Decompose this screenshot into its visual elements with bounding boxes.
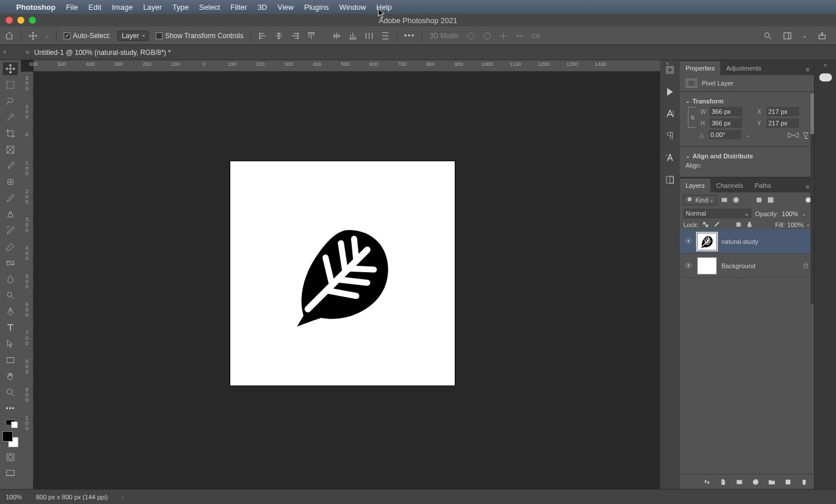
distribute-horizontal-icon[interactable] [364, 31, 374, 40]
cloud-docs-icon[interactable] [819, 73, 832, 81]
layer-thumbnail[interactable] [697, 233, 717, 250]
lock-transparency-icon[interactable] [702, 221, 709, 228]
gradient-tool[interactable] [3, 257, 18, 269]
eyedropper-tool[interactable] [3, 160, 18, 172]
link-dimensions-icon[interactable]: ⇅ [688, 107, 696, 128]
zoom-tool[interactable] [3, 386, 18, 399]
lock-all-icon[interactable] [746, 221, 753, 228]
width-input[interactable] [710, 107, 742, 116]
layers-tab[interactable]: Layers [680, 179, 710, 192]
layer-visibility-icon[interactable] [684, 237, 693, 246]
menu-filter[interactable]: Filter [230, 3, 247, 12]
vertical-ruler[interactable]: 2001000100200300400500600700800900100 [21, 72, 34, 489]
brush-tool[interactable] [3, 192, 18, 205]
layer-lock-icon[interactable] [802, 262, 809, 270]
transform-section-header[interactable]: ⌄ Transform [686, 95, 808, 107]
move-tool-icon[interactable] [28, 31, 38, 40]
window-maximize-button[interactable] [29, 17, 36, 24]
layer-name[interactable]: Background [721, 262, 756, 269]
horizontal-ruler[interactable]: 6005004003002001000100200300400500600700… [34, 60, 660, 72]
opacity-dropdown-icon[interactable]: ⌄ [802, 211, 806, 217]
color-swatches[interactable] [2, 431, 19, 447]
home-icon[interactable] [5, 31, 14, 40]
filter-pixel-icon[interactable] [720, 196, 728, 204]
libraries-panel-icon[interactable] [665, 175, 675, 185]
rotation-input[interactable] [709, 130, 741, 139]
menu-file[interactable]: File [66, 3, 78, 12]
show-transform-checkbox[interactable]: Show Transform Controls [156, 32, 243, 40]
menu-image[interactable]: Image [112, 3, 132, 12]
foreground-color-swatch[interactable] [2, 431, 13, 442]
align-right-edges-icon[interactable] [290, 31, 300, 40]
magic-wand-tool[interactable] [3, 111, 18, 124]
collapse-panels-left-icon[interactable]: » [2, 50, 8, 54]
menu-plugins[interactable]: Plugins [304, 3, 329, 12]
channels-tab[interactable]: Channels [710, 179, 749, 192]
collapse-dock-icon[interactable]: » [824, 62, 827, 69]
type-tool[interactable] [3, 321, 18, 334]
blend-mode-dropdown[interactable]: Normal⌄ [683, 209, 752, 218]
zoom-level[interactable]: 100% [6, 494, 22, 501]
edit-toolbar-icon[interactable]: ••• [3, 402, 18, 415]
lock-position-icon[interactable] [724, 221, 731, 228]
menu-edit[interactable]: Edit [89, 3, 101, 12]
distribute-vertical-icon[interactable] [381, 31, 390, 40]
document-info[interactable]: 800 px x 800 px (144 ppi) [36, 494, 108, 501]
quick-mask-tool[interactable] [3, 451, 18, 464]
artboard[interactable] [230, 161, 455, 386]
adjustments-tab[interactable]: Adjustments [720, 61, 767, 75]
rectangle-tool[interactable] [3, 354, 18, 366]
filter-adjust-icon[interactable] [732, 196, 740, 204]
window-close-button[interactable] [6, 17, 13, 24]
x-input[interactable] [767, 107, 799, 116]
menu-window[interactable]: Window [339, 3, 366, 12]
lasso-tool[interactable] [3, 95, 18, 108]
opacity-value[interactable]: 100% [782, 210, 798, 217]
document-tab[interactable]: × Untitled-1 @ 100% (natural-study, RGB/… [25, 49, 171, 57]
height-input[interactable] [710, 118, 742, 128]
layer-filter-kind-dropdown[interactable]: Kind ⌄ [683, 195, 717, 205]
layer-row-natural-study[interactable]: natural-study [680, 229, 814, 254]
app-name[interactable]: Photoshop [16, 3, 56, 12]
more-options-icon[interactable]: ••• [404, 32, 415, 40]
lock-artboard-icon[interactable] [735, 221, 742, 228]
tool-preset-dropdown-icon[interactable]: ⌄ [45, 33, 49, 39]
fill-value[interactable]: 100% [787, 221, 804, 228]
character-panel-icon[interactable] [665, 109, 675, 119]
delete-layer-icon[interactable] [800, 478, 808, 486]
properties-scrollbar[interactable] [811, 94, 814, 304]
path-selection-tool[interactable] [3, 338, 18, 350]
filter-type-icon[interactable] [743, 196, 752, 204]
menu-help[interactable]: Help [377, 3, 392, 12]
layer-visibility-icon[interactable] [684, 261, 693, 270]
adjustment-layer-icon[interactable] [752, 478, 760, 486]
new-layer-icon[interactable] [784, 478, 792, 486]
auto-select-target-dropdown[interactable]: Layer [117, 31, 149, 41]
properties-panel-menu-icon[interactable]: ≡ [801, 64, 814, 75]
filter-shape-icon[interactable] [755, 196, 763, 204]
share-icon[interactable] [817, 31, 827, 40]
menu-type[interactable]: Type [172, 3, 189, 12]
align-vertical-centers-icon[interactable] [332, 31, 341, 40]
align-bottom-edges-icon[interactable] [348, 31, 358, 40]
align-section-header[interactable]: ⌄ Align and Distribute [686, 150, 808, 162]
workspace-dropdown-icon[interactable]: ⌄ [802, 33, 807, 39]
paths-tab[interactable]: Paths [749, 179, 777, 192]
y-input[interactable] [767, 118, 799, 128]
layer-mask-icon[interactable] [735, 478, 743, 486]
screen-mode-tool[interactable] [3, 467, 18, 480]
filter-toggle-switch[interactable] [806, 198, 811, 202]
close-document-icon[interactable]: × [25, 49, 30, 57]
layer-name[interactable]: natural-study [721, 238, 758, 245]
canvas-viewport[interactable] [34, 72, 660, 489]
align-left-edges-icon[interactable] [258, 31, 267, 40]
flip-horizontal-icon[interactable]: ▷◁ [788, 131, 798, 139]
workspace-switcher-icon[interactable] [783, 31, 792, 40]
document-info-menu-icon[interactable]: › [121, 494, 124, 501]
crop-tool[interactable] [3, 127, 18, 140]
layer-thumbnail[interactable] [697, 257, 717, 275]
lock-pixels-icon[interactable] [713, 221, 720, 228]
flip-vertical-icon[interactable]: ▽̲ [803, 131, 808, 139]
glyphs-panel-icon[interactable] [665, 153, 675, 163]
menu-3d[interactable]: 3D [257, 3, 267, 12]
